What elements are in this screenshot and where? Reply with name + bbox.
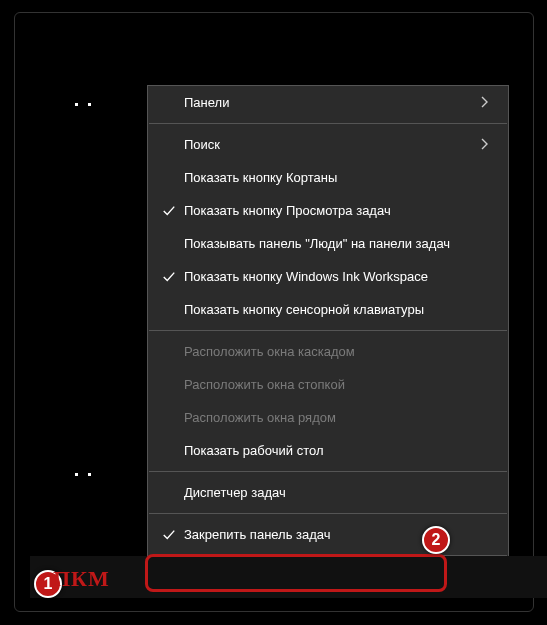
menu-item-label: Показывать панель "Люди" на панели задач — [180, 236, 494, 251]
check-icon — [158, 270, 180, 284]
menu-item-label: Показать кнопку Кортаны — [180, 170, 494, 185]
menu-item-label: Показать кнопку Windows Ink Workspace — [180, 269, 494, 284]
menu-item-label: Показать кнопку сенсорной клавиатуры — [180, 302, 494, 317]
menu-item[interactable]: Показать рабочий стол — [148, 434, 508, 467]
menu-item[interactable]: Поиск — [148, 128, 508, 161]
menu-item-label: Показать кнопку Просмотра задач — [180, 203, 494, 218]
check-icon — [158, 204, 180, 218]
menu-item-label: Расположить окна стопкой — [180, 377, 494, 392]
chevron-right-icon — [480, 137, 494, 153]
menu-item-label: Показать рабочий стол — [180, 443, 494, 458]
menu-item[interactable]: Показать кнопку Просмотра задач — [148, 194, 508, 227]
menu-item[interactable]: Показать кнопку Windows Ink Workspace — [148, 260, 508, 293]
menu-item-label: Панели — [180, 95, 480, 110]
menu-separator — [149, 123, 507, 124]
desktop-pixels — [75, 103, 91, 106]
menu-item: Расположить окна рядом — [148, 401, 508, 434]
menu-item-label: Диспетчер задач — [180, 485, 494, 500]
chevron-right-icon — [480, 95, 494, 111]
screenshot-frame: ПанелиПоискПоказать кнопку КортаныПоказа… — [14, 12, 534, 612]
menu-item[interactable]: Показать кнопку Кортаны — [148, 161, 508, 194]
menu-item[interactable]: Показать кнопку сенсорной клавиатуры — [148, 293, 508, 326]
menu-item-label: Расположить окна каскадом — [180, 344, 494, 359]
taskbar-context-menu: ПанелиПоискПоказать кнопку КортаныПоказа… — [147, 85, 509, 594]
menu-item: Расположить окна каскадом — [148, 335, 508, 368]
desktop-pixels — [75, 473, 91, 476]
check-icon — [158, 528, 180, 542]
menu-separator — [149, 471, 507, 472]
menu-item-label: Расположить окна рядом — [180, 410, 494, 425]
annotation-hint-text: ПКМ — [53, 566, 110, 592]
annotation-badge-2: 2 — [422, 526, 450, 554]
menu-item[interactable]: Закрепить панель задач — [148, 518, 508, 551]
menu-item[interactable]: Диспетчер задач — [148, 476, 508, 509]
menu-item-label: Поиск — [180, 137, 480, 152]
menu-separator — [149, 330, 507, 331]
menu-item[interactable]: Панели — [148, 86, 508, 119]
menu-item[interactable]: Показывать панель "Люди" на панели задач — [148, 227, 508, 260]
menu-item: Расположить окна стопкой — [148, 368, 508, 401]
menu-separator — [149, 513, 507, 514]
